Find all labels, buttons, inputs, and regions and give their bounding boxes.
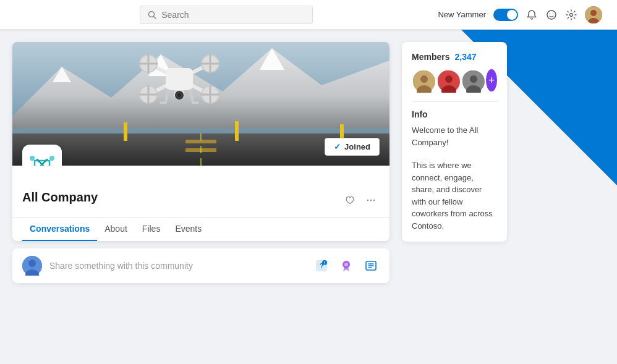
- info-label: Info: [412, 109, 497, 119]
- member-avatar-image-3: [462, 70, 485, 93]
- member-avatar-1[interactable]: [412, 69, 434, 91]
- community-name: All Company: [22, 190, 98, 205]
- svg-rect-19: [235, 121, 239, 141]
- right-sidebar: Members 2,347: [402, 42, 507, 364]
- hero-image: ✓ Joined: [12, 42, 389, 166]
- svg-line-1: [154, 16, 156, 19]
- svg-point-75: [445, 75, 453, 83]
- search-icon: [148, 11, 156, 19]
- search-input[interactable]: [161, 10, 305, 20]
- topbar-right: New Yammer: [438, 6, 602, 23]
- member-avatar-image-2: [438, 70, 460, 93]
- settings-icon[interactable]: [565, 9, 577, 21]
- community-header-row: All Company: [22, 190, 380, 210]
- sidebar-card: Members 2,347: [402, 42, 507, 242]
- community-tabs: Conversations About Files Events: [12, 217, 389, 241]
- community-info: All Company: [12, 166, 389, 217]
- svg-point-57: [373, 199, 375, 200]
- svg-rect-37: [166, 68, 193, 90]
- community-logo: [22, 145, 62, 166]
- svg-point-72: [420, 75, 428, 83]
- members-avatars: +: [412, 69, 497, 91]
- svg-point-55: [367, 199, 368, 200]
- more-dots-icon: [366, 195, 376, 205]
- left-content: ✓ Joined: [12, 42, 389, 364]
- svg-point-5: [570, 13, 573, 16]
- svg-point-4: [553, 13, 554, 14]
- divider: [412, 101, 497, 102]
- notifications-icon[interactable]: [526, 9, 538, 21]
- list-button[interactable]: [362, 257, 380, 274]
- post-box: Share something with this community ? !: [12, 248, 389, 283]
- svg-point-3: [550, 13, 551, 14]
- community-action-buttons: [341, 192, 380, 209]
- svg-rect-18: [124, 122, 127, 141]
- community-card: ✓ Joined: [12, 42, 389, 241]
- new-yammer-toggle[interactable]: [493, 9, 518, 21]
- post-input[interactable]: Share something with this community: [49, 261, 305, 271]
- like-button[interactable]: [341, 192, 359, 209]
- post-action-icons: ? !: [313, 257, 380, 274]
- members-section: Members 2,347: [412, 52, 497, 91]
- info-section: Info Welcome to the All Company! This is…: [412, 109, 497, 232]
- new-yammer-label: New Yammer: [438, 10, 486, 19]
- members-header: Members 2,347: [412, 52, 497, 62]
- svg-point-40: [177, 93, 181, 97]
- tab-events[interactable]: Events: [168, 218, 209, 241]
- emoji-icon[interactable]: [545, 9, 558, 21]
- member-avatar-image-1: [413, 70, 435, 93]
- svg-point-56: [370, 199, 372, 200]
- more-options-button[interactable]: [362, 192, 380, 209]
- community-logo-icon: [29, 151, 55, 166]
- award-button[interactable]: [338, 257, 355, 274]
- member-avatar-2[interactable]: [436, 69, 459, 91]
- main-layout: ✓ Joined: [0, 30, 617, 364]
- svg-point-66: [344, 263, 348, 266]
- joined-label: Joined: [344, 142, 370, 151]
- heart-icon: [345, 195, 355, 205]
- info-description: This is where we connect, engage, share,…: [412, 159, 497, 232]
- tab-files[interactable]: Files: [135, 218, 168, 241]
- svg-point-52: [49, 156, 54, 161]
- joined-badge[interactable]: ✓ Joined: [325, 138, 380, 156]
- svg-point-51: [30, 156, 35, 161]
- member-avatar-plus[interactable]: +: [486, 69, 497, 91]
- question-badge-button[interactable]: ? !: [313, 257, 330, 274]
- svg-text:!: !: [324, 261, 325, 265]
- members-count: 2,347: [454, 52, 476, 62]
- info-welcome: Welcome to the All Company!: [412, 124, 497, 148]
- svg-point-78: [470, 75, 477, 83]
- topbar-left: [15, 6, 438, 24]
- post-avatar-image: [22, 256, 42, 276]
- toggle-knob: [507, 10, 517, 20]
- check-icon: ✓: [334, 142, 341, 151]
- svg-point-59: [28, 260, 36, 267]
- svg-point-2: [547, 11, 556, 19]
- search-container[interactable]: [140, 6, 313, 24]
- members-label: Members: [412, 52, 449, 62]
- topbar: New Yammer: [0, 0, 617, 30]
- member-avatar-3[interactable]: [461, 69, 483, 91]
- svg-point-7: [590, 10, 597, 16]
- tab-about[interactable]: About: [97, 218, 135, 241]
- post-user-avatar: [22, 256, 42, 276]
- user-avatar[interactable]: [585, 6, 602, 23]
- tab-conversations[interactable]: Conversations: [22, 218, 97, 241]
